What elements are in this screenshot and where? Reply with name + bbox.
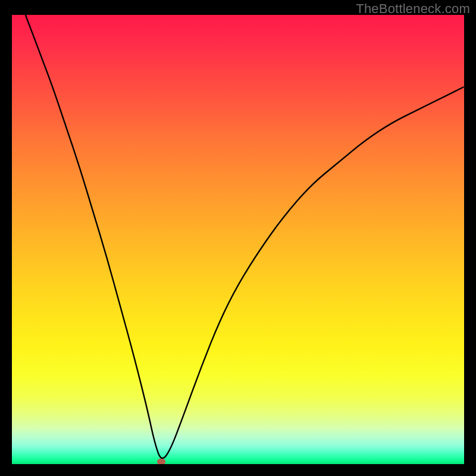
chart-frame: TheBottleneck.com [0,0,476,476]
bottleneck-curve [26,15,464,458]
optimal-point-marker [157,459,165,464]
curve-svg [12,15,464,464]
watermark-text: TheBottleneck.com [356,1,470,17]
plot-area [12,15,464,464]
